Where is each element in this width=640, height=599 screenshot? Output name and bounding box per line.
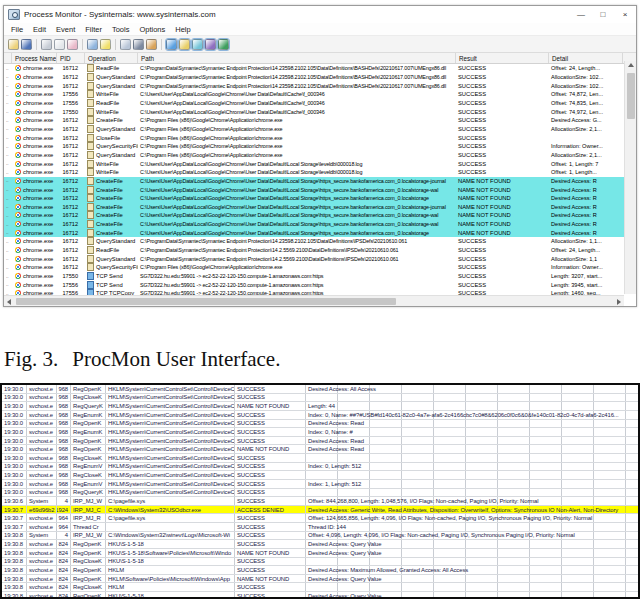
open-icon[interactable] bbox=[8, 39, 19, 50]
event-row[interactable]: ..chrome.exe16712CreateFileC:\Users\User… bbox=[4, 220, 636, 229]
event-row[interactable]: ..chrome.exe16712CreateFileC:\Users\User… bbox=[4, 185, 636, 194]
event-row[interactable]: ..chrome.exe17550WriteFileC:\Users\User\… bbox=[4, 107, 636, 116]
sheet-row[interactable]: 19:30.0svchost.e968RegOpenKHKLM\System\C… bbox=[2, 445, 638, 454]
process-name-cell: chrome.exe bbox=[12, 64, 57, 73]
highlight-icon[interactable] bbox=[100, 39, 111, 50]
sheet-row[interactable]: 19:30.0svchost.e968RegEnumKHKLM\System\C… bbox=[2, 428, 638, 437]
sheet-row[interactable]: 19:30.8svchost.e824RegOpenKHKU\S-1-5-18S… bbox=[2, 592, 638, 599]
sheet-row[interactable]: 19:30.8svchost.e824RegOpenKHKLM\Software… bbox=[2, 575, 638, 584]
event-row[interactable]: ..chrome.exe16712CreateFileC:\Users\User… bbox=[4, 177, 636, 186]
sheet-time-cell: 19:30.0 bbox=[2, 428, 27, 436]
autoscroll-icon[interactable] bbox=[54, 39, 65, 50]
vertical-scroll-thumb[interactable] bbox=[627, 73, 635, 119]
event-row[interactable]: ..chrome.exe16712QueryStandardC:\Program… bbox=[4, 73, 636, 82]
event-row[interactable]: ..chrome.exe16712CreateFileC:\Users\User… bbox=[4, 194, 636, 203]
column-header-operation[interactable]: Operation bbox=[85, 53, 138, 63]
event-row[interactable]: ..chrome.exe16712QuerySecurityFileC:\Pro… bbox=[4, 263, 636, 272]
event-row[interactable]: ..chrome.exe16712CreateFileC:\Users\User… bbox=[4, 228, 636, 237]
menu-item-tools[interactable]: Tools bbox=[107, 25, 135, 34]
menu-item-file[interactable]: File bbox=[6, 25, 28, 34]
event-row[interactable]: ..chrome.exe16712QuerySecurityFileC:\Pro… bbox=[4, 142, 636, 151]
event-row[interactable]: ..chrome.exe16712CreateFileC:\Users\User… bbox=[4, 211, 636, 220]
show-network-icon[interactable] bbox=[192, 39, 203, 50]
event-row[interactable]: ..chrome.exe16712CreateFileC:\Users\User… bbox=[4, 203, 636, 212]
horizontal-scrollbar[interactable] bbox=[4, 295, 624, 306]
column-header-pid[interactable]: PID bbox=[57, 53, 85, 63]
file-operation-icon bbox=[87, 82, 94, 90]
event-row[interactable]: ..chrome.exe16712ReadFileC:\ProgramData\… bbox=[4, 246, 636, 255]
event-row[interactable]: ..chrome.exe16712CloseFileC:\Program Fil… bbox=[4, 133, 636, 142]
sheet-row[interactable]: 19:30.0svchost.e968RegEnumVHKLM\System\C… bbox=[2, 463, 638, 472]
sheet-row[interactable]: 19:30.7e69d96b21924IRP_MJ_CC:\Windows\Sy… bbox=[2, 506, 638, 515]
sheet-row[interactable]: 19:30.0svchost.e968RegOpenKHKLM\System\C… bbox=[2, 437, 638, 446]
maximize-button[interactable]: □ bbox=[592, 7, 614, 23]
event-row[interactable]: ..chrome.exe17556ReadFileC:\Users\User\A… bbox=[4, 99, 636, 108]
sheet-row[interactable]: 19:30.7svchost.e964Thread CrSUCCESSThrea… bbox=[2, 523, 638, 532]
event-row[interactable]: ..chrome.exe16712QueryStandardC:\Program… bbox=[4, 151, 636, 160]
sheet-pid-cell: 968 bbox=[57, 471, 71, 479]
menu-item-help[interactable]: Help bbox=[170, 25, 195, 34]
scroll-up-icon[interactable] bbox=[628, 63, 634, 67]
sheet-row[interactable]: 19:30.0svchost.e968RegCloseKHKLM\System\… bbox=[2, 471, 638, 480]
vertical-scrollbar[interactable] bbox=[624, 61, 636, 294]
event-row[interactable]: ..chrome.exe16712QueryStandardC:\Program… bbox=[4, 237, 636, 246]
show-profiling-icon[interactable] bbox=[218, 39, 229, 50]
menu-item-options[interactable]: Options bbox=[134, 25, 170, 34]
sheet-row[interactable]: 19:30.0svchost.e968RegOpenKHKLM\System\C… bbox=[2, 420, 638, 429]
event-row[interactable]: ..chrome.exe16712QueryStandardC:\Program… bbox=[4, 125, 636, 134]
menu-item-filter[interactable]: Filter bbox=[80, 25, 107, 34]
sheet-row[interactable]: 19:30.0svchost.e968RegQueryKHKLM\System\… bbox=[2, 402, 638, 411]
column-header-path[interactable]: Path bbox=[138, 53, 456, 63]
column-header-process-name[interactable]: Process Name bbox=[12, 53, 57, 63]
jump-to-icon[interactable] bbox=[146, 39, 157, 50]
event-row[interactable]: ..chrome.exe16712WriteFileC:\Users\User\… bbox=[4, 159, 636, 168]
sheet-row[interactable]: 19:30.0svchost.e968RegCloseKHKLM\System\… bbox=[2, 454, 638, 463]
sheet-row[interactable]: 19:30.6System4IRP_MJ_WC:\pagefile.sysSUC… bbox=[2, 497, 638, 506]
show-filesystem-icon[interactable] bbox=[179, 39, 190, 50]
show-registry-icon[interactable] bbox=[166, 39, 177, 50]
column-header-result[interactable]: Result bbox=[456, 53, 549, 63]
sheet-row[interactable]: 19:30.8svchost.e824RegCloseKHKLMSUCCESS bbox=[2, 583, 638, 592]
column-header-detail[interactable]: Detail bbox=[549, 53, 623, 63]
close-button[interactable]: × bbox=[614, 7, 636, 23]
detail-cell: Offset: 74,835, Len... bbox=[549, 99, 623, 108]
include-process-icon[interactable] bbox=[120, 39, 131, 50]
event-row[interactable]: ..chrome.exe17556WriteFileC:\Users\User\… bbox=[4, 90, 636, 99]
scroll-right-icon[interactable] bbox=[617, 299, 621, 305]
column-header-time[interactable] bbox=[4, 53, 12, 63]
sheet-process-cell: svchost.e bbox=[27, 592, 57, 599]
save-icon[interactable] bbox=[21, 39, 32, 50]
sheet-row[interactable]: 19:30.8svchost.e824RegOpenKHKLMSUCCESSDe… bbox=[2, 566, 638, 575]
event-row[interactable]: ..chrome.exe16712WriteFileC:\Users\User\… bbox=[4, 168, 636, 177]
sheet-pid-cell: 824 bbox=[57, 558, 71, 566]
sheet-row[interactable]: 19:30.0svchost.e968RegQueryKHKLM\System\… bbox=[2, 489, 638, 498]
menu-item-event[interactable]: Event bbox=[51, 25, 80, 34]
sheet-row[interactable]: 19:30.0svchost.e968RegOpenKHKLM\System\C… bbox=[2, 385, 638, 394]
horizontal-scroll-thumb[interactable] bbox=[16, 298, 396, 305]
sheet-row[interactable]: 19:30.0svchost.e968RegEnumVHKLM\System\C… bbox=[2, 480, 638, 489]
show-process-icon[interactable] bbox=[205, 39, 216, 50]
sheet-row[interactable]: 19:30.8svchost.e824RegCloseKHKU\S-1-5-18… bbox=[2, 558, 638, 567]
event-row[interactable]: ..chrome.exe16712QueryStandardC:\Program… bbox=[4, 254, 636, 263]
sheet-operation-cell: IRP_MJ_C bbox=[71, 506, 106, 514]
title-bar[interactable]: Process Monitor - Sysinternals: www.sysi… bbox=[4, 6, 636, 23]
capture-icon[interactable] bbox=[41, 39, 52, 50]
scroll-left-icon[interactable] bbox=[7, 299, 11, 305]
find-icon[interactable] bbox=[133, 39, 144, 50]
event-row[interactable]: ..chrome.exe17556TCP SendSG7D322.hu.edu:… bbox=[4, 280, 636, 289]
event-row[interactable]: ..chrome.exe16712ReadFileC:\ProgramData\… bbox=[4, 64, 636, 73]
menu-item-edit[interactable]: Edit bbox=[28, 25, 51, 34]
filter-icon[interactable] bbox=[87, 39, 98, 50]
sheet-row[interactable]: 19:30.7svchost.e964IRP_MJ_RC:\pagefile.s… bbox=[2, 514, 638, 523]
minimize-button[interactable]: — bbox=[570, 7, 592, 23]
sheet-row[interactable]: 19:30.0svchost.e968RegEnumKHKLM\System\C… bbox=[2, 411, 638, 420]
event-row[interactable]: ..chrome.exe17550TCP SendSG7D322.hu.edu:… bbox=[4, 272, 636, 281]
event-row[interactable]: ..chrome.exe16712CreateFileC:\Program Fi… bbox=[4, 116, 636, 125]
sheet-row[interactable]: 19:30.8svchost.e824RegOpenKHKU\S-1-5-18S… bbox=[2, 540, 638, 549]
event-row[interactable]: ..chrome.exe16712QueryStandardC:\Program… bbox=[4, 81, 636, 90]
sheet-row[interactable]: 19:30.8System4IRP_MJ_WC:\Windows\System3… bbox=[2, 532, 638, 541]
clear-icon[interactable] bbox=[67, 39, 78, 50]
sheet-row[interactable]: 19:30.0svchost.e968RegCloseKHKLM\System\… bbox=[2, 394, 638, 403]
sheet-process-cell: svchost.e bbox=[27, 402, 57, 410]
sheet-row[interactable]: 19:30.8svchost.e824RegOpenKHKU\S-1-5-18\… bbox=[2, 549, 638, 558]
